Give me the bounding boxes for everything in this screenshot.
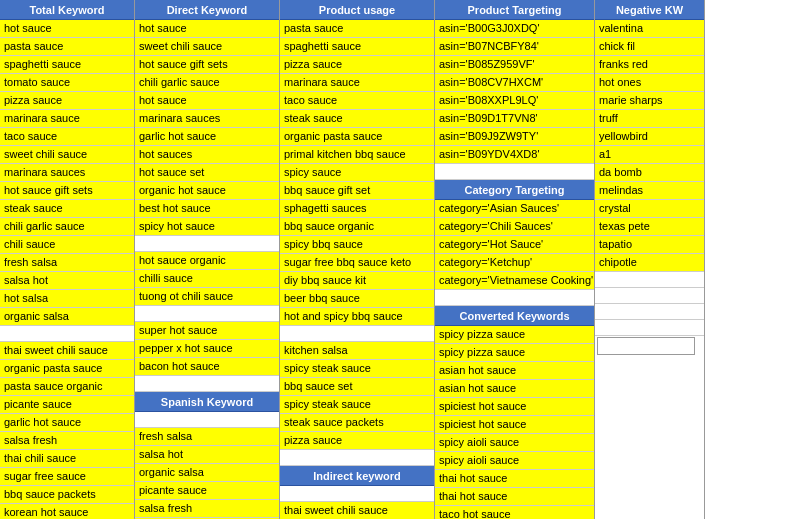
category-cell: category='Vietnamese Cooking' <box>435 272 594 290</box>
cell: salsa hot <box>0 272 134 290</box>
cell: hot sauce <box>0 20 134 38</box>
cell <box>0 326 134 342</box>
total-keyword-column: Total Keyword hot sauce pasta sauce spag… <box>0 0 135 519</box>
cell <box>135 236 279 252</box>
cell: chili sauce <box>0 236 134 254</box>
cell: hot sauce <box>135 20 279 38</box>
cell: thai sweet chili sauce <box>280 502 434 519</box>
cell: bacon hot sauce <box>135 358 279 376</box>
cell: kitchen salsa <box>280 342 434 360</box>
cell: tomato sauce <box>0 74 134 92</box>
cell: garlic hot sauce <box>0 414 134 432</box>
cell: sweet chili sauce <box>0 146 134 164</box>
converted-cell: spicy aioli sauce <box>435 434 594 452</box>
cell <box>280 486 434 502</box>
cell: organic hot sauce <box>135 182 279 200</box>
cell: hot sauce set <box>135 164 279 182</box>
direct-keyword-column: Direct Keyword hot sauce sweet chili sau… <box>135 0 280 519</box>
cell: thai sweet chili sauce <box>0 342 134 360</box>
cell: picante sauce <box>0 396 134 414</box>
converted-cell: taco hot sauce <box>435 506 594 519</box>
cell: super hot sauce <box>135 322 279 340</box>
cell: pasta sauce <box>0 38 134 56</box>
asin-cell: asin='B09D1T7VN8' <box>435 110 594 128</box>
cell: chick fil <box>595 38 704 56</box>
cell <box>435 290 594 306</box>
cell: pizza sauce <box>280 56 434 74</box>
cell: steak sauce <box>0 200 134 218</box>
converted-cell: spiciest hot sauce <box>435 398 594 416</box>
cell: hot sauce organic <box>135 252 279 270</box>
cell: hot sauces <box>135 146 279 164</box>
category-cell: category='Asian Sauces' <box>435 200 594 218</box>
cell: texas pete <box>595 218 704 236</box>
cell: thai chili sauce <box>0 450 134 468</box>
cell: organic salsa <box>135 464 279 482</box>
converted-cell: spicy aioli sauce <box>435 452 594 470</box>
cell: picante sauce <box>135 482 279 500</box>
product-targeting-column: Product Targeting asin='B00G3J0XDQ' asin… <box>435 0 595 519</box>
cell: hot ones <box>595 74 704 92</box>
cell: chilli sauce <box>135 270 279 288</box>
converted-cell: thai hot sauce <box>435 488 594 506</box>
cell: diy bbq sauce kit <box>280 272 434 290</box>
product-usage-header: Product usage <box>280 0 434 20</box>
category-cell: category='Chili Sauces' <box>435 218 594 236</box>
negative-kw-header: Negative KW <box>595 0 704 20</box>
spreadsheet: Total Keyword hot sauce pasta sauce spag… <box>0 0 800 519</box>
cell: bbq sauce gift set <box>280 182 434 200</box>
converted-cell: asian hot sauce <box>435 380 594 398</box>
cell: hot salsa <box>0 290 134 308</box>
cell: pizza sauce <box>280 432 434 450</box>
total-keyword-header: Total Keyword <box>0 0 134 20</box>
cell: spicy steak sauce <box>280 396 434 414</box>
cell: sphagetti sauces <box>280 200 434 218</box>
converted-cell: spicy pizza sauce <box>435 344 594 362</box>
cell: franks red <box>595 56 704 74</box>
asin-cell: asin='B00G3J0XDQ' <box>435 20 594 38</box>
cell: steak sauce packets <box>280 414 434 432</box>
cell: pasta sauce organic <box>0 378 134 396</box>
cell: steak sauce <box>280 110 434 128</box>
cell <box>595 288 704 304</box>
indirect-keyword-header: Indirect keyword <box>280 466 434 486</box>
cell: spicy sauce <box>280 164 434 182</box>
cell: marinara sauce <box>280 74 434 92</box>
category-cell: category='Hot Sauce' <box>435 236 594 254</box>
converted-cell: spiciest hot sauce <box>435 416 594 434</box>
converted-cell: asian hot sauce <box>435 362 594 380</box>
cell: yellowbird <box>595 128 704 146</box>
converted-cell: spicy pizza sauce <box>435 326 594 344</box>
cell: chili garlic sauce <box>0 218 134 236</box>
cell: fresh salsa <box>0 254 134 272</box>
cell: truff <box>595 110 704 128</box>
cell <box>595 320 704 336</box>
cell <box>135 412 279 428</box>
cell: bbq sauce set <box>280 378 434 396</box>
cell: marie sharps <box>595 92 704 110</box>
cell: organic salsa <box>0 308 134 326</box>
cell <box>135 306 279 322</box>
product-targeting-header: Product Targeting <box>435 0 594 20</box>
cell: hot and spicy bbq sauce <box>280 308 434 326</box>
cell: salsa fresh <box>0 432 134 450</box>
category-cell: category='Ketchup' <box>435 254 594 272</box>
cell: fresh salsa <box>135 428 279 446</box>
cell: chili garlic sauce <box>135 74 279 92</box>
cell: garlic hot sauce <box>135 128 279 146</box>
cell <box>595 272 704 288</box>
product-usage-column: Product usage pasta sauce spaghetti sauc… <box>280 0 435 519</box>
cell: spaghetti sauce <box>0 56 134 74</box>
cell: marinara sauce <box>0 110 134 128</box>
cell: bbq sauce organic <box>280 218 434 236</box>
cell: salsa fresh <box>135 500 279 518</box>
cell <box>435 164 594 180</box>
asin-cell: asin='B07NCBFY84' <box>435 38 594 56</box>
cell: sweet chili sauce <box>135 38 279 56</box>
cell: spaghetti sauce <box>280 38 434 56</box>
cell: sugar free sauce <box>0 468 134 486</box>
cell: tuong ot chili sauce <box>135 288 279 306</box>
cell: crystal <box>595 200 704 218</box>
cell: hot sauce gift sets <box>0 182 134 200</box>
cell <box>280 326 434 342</box>
